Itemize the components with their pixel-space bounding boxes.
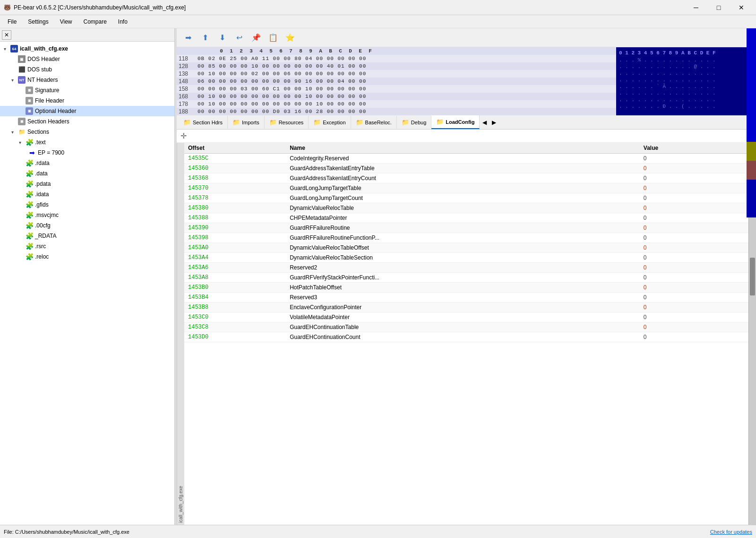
table-row[interactable]: 1453B4 Reserved3 0 [184,293,748,303]
maximize-button[interactable]: □ [708,0,730,15]
navigate-up-button[interactable]: ⬆ [198,30,213,45]
right-minimap [747,28,756,217]
navigate-forward-button[interactable]: ➡ [180,30,196,45]
update-link[interactable]: Check for updates [710,529,752,535]
cell-extra [721,312,748,322]
close-left-button[interactable]: ✕ [2,30,11,40]
cell-value: 0 [640,203,721,213]
left-panel: ✕ ▾ 64 icall_with_cfg.exe ▣ DOS Header ⬛ [0,28,175,525]
table-row[interactable]: 145360 GuardAddressTakenIatEntryTable 0 [184,164,748,174]
tree-item-msvcjmc[interactable]: 🧩 .msvcjmc [0,210,174,220]
hex-row: 178 00 10 00 00 00 00 00 00 00 00 00 10 … [177,100,616,108]
tree-item-file-header[interactable]: ▣ File Header [0,95,174,106]
cell-offset: 1453C8 [184,322,286,332]
table-row[interactable]: 1453A0 DynamicValueRelocTableOffset 0 [184,243,748,253]
menu-settings[interactable]: Settings [22,17,54,27]
table-row[interactable]: 1453B0 HotPatchTableOffset 0 [184,283,748,293]
table-row[interactable]: 1453A8 GuardRFVerifyStackPointerFuncti..… [184,273,748,283]
data-puzzle-icon: 🧩 [26,170,33,177]
navigate-down-button[interactable]: ⬇ [215,30,230,45]
table-row[interactable]: 1453C8 GuardEHContinuationTable 0 [184,322,748,332]
cell-name: GuardLongJumpTargetCount [286,193,640,203]
tree-item-text[interactable]: ▾ 🧩 .text [0,137,174,148]
cell-offset: 1453A8 [184,273,286,283]
tree-item-gfids[interactable]: 🧩 .gfids [0,200,174,210]
tree-label-ep: EP = 7900 [38,149,64,156]
table-row[interactable]: 1453D0 GuardEHContinuationCount 0 [184,332,748,342]
vis-row: . . . . . . . . . . . . . . . . [618,77,747,83]
menu-info[interactable]: Info [112,17,133,27]
cell-offset: 145380 [184,203,286,213]
cell-value: 0 [640,174,721,183]
table-row[interactable]: 145388 CHPEMetadataPointer 0 [184,213,748,223]
table-row[interactable]: 1453A4 DynamicValueRelocTableSection 0 [184,253,748,263]
hex-bytes-5: 00 10 00 00 00 00 00 00 00 00 10 00 00 0… [198,94,614,99]
tree-label-_rdata: _RDATA [35,233,57,239]
cell-extra [721,233,748,243]
tree-item-sections[interactable]: ▾ 📁 Sections [0,127,174,137]
vis-row: . . . . . . . . . . . . @ . . . [618,63,747,70]
table-row[interactable]: 1453C0 VolatileMetadataPointer 0 [184,312,748,322]
tree-label-rdata: .rdata [35,160,50,166]
tree-item-section-headers[interactable]: ▣ Section Headers [0,116,174,127]
tab-debug[interactable]: 📁 Debug [397,116,431,129]
tab-section-hdrs[interactable]: 📁 Section Hdrs [179,116,228,129]
bookmark-button[interactable]: ⭐ [283,30,298,45]
tree-item-_rdata[interactable]: 🧩 _RDATA [0,231,174,241]
tree-item-00cfg[interactable]: 🧩 .00cfg [0,220,174,231]
table-row[interactable]: 145398 GuardRFFailureRoutineFunctionP...… [184,233,748,243]
table-row[interactable]: 145390 GuardRFFailureRoutine 0 [184,223,748,233]
tree-label-dos-stub: DOS stub [27,66,52,73]
menu-compare[interactable]: Compare [78,17,112,27]
tree-item-signature[interactable]: ▣ Signature [0,85,174,95]
tree-item-idata[interactable]: 🧩 .idata [0,189,174,200]
copy-button[interactable]: 📋 [266,30,281,45]
table-row[interactable]: 145380 DynamicValueRelocTable 0 [184,203,748,213]
tree-item-data[interactable]: 🧩 .data [0,168,174,179]
tab-exception[interactable]: 📁 Exception [309,116,351,129]
tree-item-dos-header[interactable]: ▣ DOS Header [0,54,174,64]
menu-view[interactable]: View [54,17,78,27]
menu-file[interactable]: File [2,17,22,27]
tab-resources[interactable]: 📁 Resources [265,116,309,129]
table-row[interactable]: 145370 GuardLongJumpTargetTable 0 [184,183,748,193]
tab-section-hdrs-label: Section Hdrs [193,120,223,125]
cell-value: 0 [640,154,721,164]
pin-button[interactable]: 📌 [249,30,264,45]
tab-basereloc[interactable]: 📁 BaseReloc. [351,116,397,129]
tree-item-exe[interactable]: ▾ 64 icall_with_cfg.exe [0,43,174,54]
table-row[interactable]: 14535C CodeIntegrity.Reserved 0 [184,154,748,164]
cell-offset: 1453B4 [184,293,286,303]
tree-label-idata: .idata [35,191,49,198]
table-row[interactable]: 145378 GuardLongJumpTargetCount 0 [184,193,748,203]
table-row[interactable]: 145368 GuardAddressTakenIatEntryCount 0 [184,174,748,183]
table-row[interactable]: 1453A6 Reserved2 0 [184,263,748,273]
cell-extra [721,183,748,193]
cell-name: GuardAddressTakenIatEntryTable [286,164,640,174]
tree-item-nt-headers[interactable]: ▾ NT NT Headers [0,75,174,85]
close-button[interactable]: ✕ [730,0,752,15]
tab-scroll-right[interactable]: ▶ [489,117,498,128]
tab-basereloc-label: BaseReloc. [365,120,392,125]
tree-label-nt-headers: NT Headers [27,77,58,83]
tree-item-pdata[interactable]: 🧩 .pdata [0,179,174,189]
minimap-section2 [747,142,756,161]
tree-item-optional-header[interactable]: ▣ Optional Header [0,106,174,116]
cell-offset: 1453B8 [184,303,286,312]
tree-item-ep[interactable]: ➡ EP = 7900 [0,148,174,158]
cell-value: 0 [640,233,721,243]
tab-loadconfig[interactable]: 📁 LoadConfig [431,115,480,129]
tab-imports[interactable]: 📁 Imports [228,116,265,129]
tree-item-rdata[interactable]: 🧩 .rdata [0,158,174,168]
move-icon[interactable]: ✛ [180,132,187,140]
tree-item-rsrc[interactable]: 🧩 .rsrc [0,241,174,252]
minimize-button[interactable]: ─ [685,0,707,15]
tree-item-dos-stub[interactable]: ⬛ DOS stub [0,64,174,75]
table-row[interactable]: 1453B8 EnclaveConfigurationPointer 0 [184,303,748,312]
tab-scroll-left[interactable]: ◀ [480,117,489,128]
cell-value: 0 [640,293,721,303]
undo-button[interactable]: ↩ [232,30,247,45]
cell-offset: 1453A6 [184,263,286,273]
tree-item-reloc[interactable]: 🧩 .reloc [0,252,174,262]
tab-loadconfig-label: LoadConfig [446,119,474,125]
